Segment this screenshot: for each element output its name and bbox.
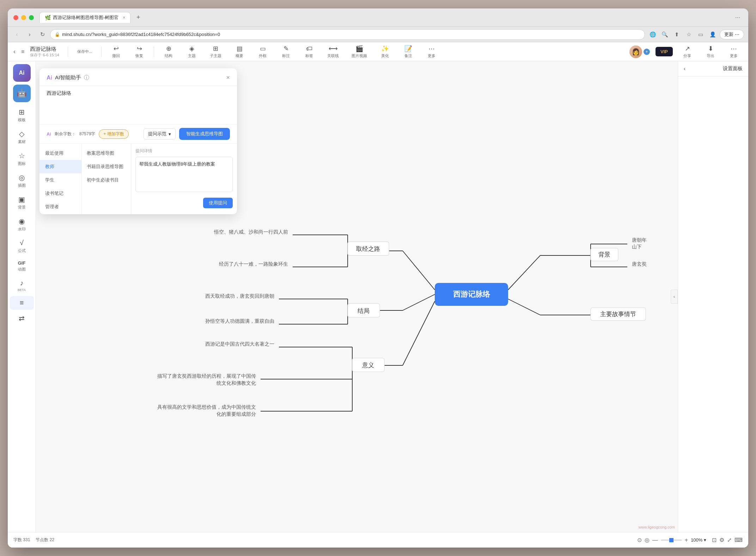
add-collaborator-button[interactable]: + — [644, 49, 650, 55]
zoom-plus-button[interactable]: + — [685, 537, 688, 543]
subtheme-label: 子主题 — [210, 53, 221, 58]
sidebar-item-list[interactable]: ≡ — [10, 296, 34, 310]
zoom-minus-button[interactable]: — — [652, 537, 658, 543]
prompt-dropdown[interactable]: 提问示范 ▾ — [144, 128, 176, 140]
sidebar-item-material[interactable]: ◇ 素材 — [10, 127, 34, 147]
sidebar-item-background[interactable]: ▣ 背景 — [10, 192, 34, 213]
minimize-window-button[interactable] — [21, 15, 26, 20]
tab-close-button[interactable]: × — [123, 15, 125, 20]
use-prompt-button[interactable]: 使用提问 — [203, 198, 233, 208]
note-button[interactable]: 📝 备注 — [400, 43, 417, 60]
add-chars-button[interactable]: + 增加字数 — [99, 129, 128, 139]
profile-icon[interactable]: 👤 — [708, 30, 718, 39]
share-button[interactable]: ↗ 分享 — [678, 43, 696, 60]
struct-button[interactable]: ⊕ 结构 — [160, 43, 177, 60]
ai-info-icon[interactable]: ⓘ — [84, 74, 89, 81]
ai-subcat-reading[interactable]: 初中生必读书目 — [82, 173, 131, 187]
ai-text-input[interactable]: 西游记脉络 — [47, 90, 230, 118]
refresh-button[interactable]: ↻ — [37, 30, 47, 39]
material-label: 素材 — [18, 139, 26, 144]
ai-subcat-lesson[interactable]: 教案思维导图 — [82, 147, 131, 160]
tag-button[interactable]: 🏷 标签 — [300, 44, 318, 60]
sidebar-item-template[interactable]: ⊞ 模板 — [10, 105, 34, 125]
keyboard-button[interactable]: ⌨ — [734, 537, 743, 543]
svg-text:具有很高的文学和思想价值，成为中国传统文: 具有很高的文学和思想价值，成为中国传统文 — [157, 404, 256, 410]
svg-text:唐朝年: 唐朝年 — [632, 237, 647, 243]
zoom-dropdown-icon[interactable]: ▾ — [704, 537, 706, 543]
ai-category-student[interactable]: 学生 — [39, 173, 81, 187]
address-bar[interactable]: 🔒 mind.shutu.cn/?works_guid=8836f2f2ad1c… — [50, 29, 645, 40]
back-button[interactable]: ‹ — [12, 30, 22, 39]
ai-close-button[interactable]: × — [226, 74, 230, 81]
close-window-button[interactable] — [13, 15, 18, 20]
toolbar-back-button[interactable]: ‹ — [13, 48, 16, 55]
reset-button[interactable]: ◎ — [645, 537, 650, 543]
media-button[interactable]: 🎬 图片视频 — [348, 43, 371, 60]
panel-toggle-button[interactable]: ‹ — [684, 66, 685, 72]
forward-button[interactable]: › — [25, 30, 35, 39]
sidebar-item-gif[interactable]: GIF 动图 — [10, 258, 34, 275]
sidebar-item-icon[interactable]: ☆ 图标 — [10, 149, 34, 169]
more-button[interactable]: ⋯ 更多 — [423, 43, 440, 60]
theme-button[interactable]: ◈ 主题 — [183, 43, 201, 60]
svg-line-13 — [403, 301, 435, 365]
ai-category-teacher[interactable]: 教师 — [39, 160, 81, 173]
update-menu-icon: ⋯ — [735, 32, 739, 37]
mark-button[interactable]: ✎ 标注 — [277, 43, 295, 60]
ai-category-media[interactable]: 自媒体 — [39, 214, 81, 214]
panel-collapse-arrow[interactable]: ‹ — [671, 290, 678, 304]
search-icon[interactable]: 🔍 — [660, 30, 670, 39]
doc-title: 西游记脉络 — [30, 46, 59, 52]
maximize-window-button[interactable] — [29, 15, 34, 20]
robot-button[interactable]: 🤖 — [13, 85, 31, 102]
more-button2[interactable]: ⋯ 更多 — [725, 43, 743, 60]
svg-text:山下: 山下 — [632, 244, 642, 249]
sidebar-item-watermark[interactable]: ◉ 水印 — [10, 214, 34, 235]
sidebar-item-music[interactable]: ♪ BETA — [10, 276, 34, 295]
undo-label: 撤回 — [112, 53, 120, 58]
fit-button[interactable]: ⊙ — [637, 537, 642, 543]
fullscreen-button[interactable]: ⤢ — [727, 537, 732, 543]
ai-subcat-books[interactable]: 书籍目录思维导图 — [82, 160, 131, 173]
bookmark-icon[interactable]: ☆ — [684, 30, 694, 39]
watermark-icon: ◉ — [19, 217, 25, 226]
redo-button[interactable]: ↪ 恢复 — [130, 43, 148, 60]
translate-icon[interactable]: 🌐 — [648, 30, 658, 39]
toolbar-menu-button[interactable]: ≡ — [21, 49, 24, 55]
settings-button[interactable]: ⚙ — [719, 537, 724, 543]
summary-button[interactable]: ▤ 概要 — [231, 43, 248, 60]
beautify-button[interactable]: ✨ 美化 — [376, 43, 394, 60]
ai-sidebar-button[interactable]: Ai — [13, 64, 31, 82]
more-icon2: ⋯ — [731, 45, 737, 52]
svg-line-27 — [508, 299, 540, 315]
ai-category-reading[interactable]: 读书笔记 — [39, 187, 81, 200]
generate-button[interactable]: 智能生成思维导图 — [179, 128, 230, 140]
link-button[interactable]: ⟷ 关联线 — [324, 43, 342, 60]
sidebar-icon[interactable]: ▭ — [696, 30, 706, 39]
vip-button[interactable]: VIP — [656, 47, 673, 56]
right-panel: ‹ 设置面板 — [678, 61, 748, 532]
subtheme-button[interactable]: ⊞ 子主题 — [206, 43, 225, 60]
sidebar-item-share2[interactable]: ⇄ — [10, 311, 34, 325]
chevron-down-icon: ▾ — [169, 131, 171, 137]
update-button[interactable]: 更新 ⋯ — [720, 30, 744, 39]
new-tab-button[interactable]: + — [133, 13, 143, 23]
ai-category-manager[interactable]: 管理者 — [39, 200, 81, 214]
outline-button[interactable]: ▭ 外框 — [254, 43, 272, 60]
node-count-label: 节点数 22 — [36, 537, 54, 543]
undo-button[interactable]: ↩ 撤回 — [107, 43, 125, 60]
frame-view-button[interactable]: ⊡ — [712, 537, 717, 543]
share-icon[interactable]: ⬆ — [672, 30, 682, 39]
sidebar-item-formula[interactable]: √ 公式 — [10, 236, 34, 256]
sidebar-item-sticker[interactable]: ◎ 插图 — [10, 171, 34, 191]
export-button[interactable]: ⬇ 导出 — [702, 43, 719, 60]
avatar-image: 👩 — [632, 48, 640, 56]
window-controls: ⋯ — [733, 13, 743, 23]
avatar-button[interactable]: 👩 — [629, 45, 642, 58]
save-button[interactable]: 保存中... — [74, 48, 96, 56]
active-tab[interactable]: 🌿 西游记脉络树图思维导图-树图官 × — [39, 12, 130, 23]
canvas-area: Ai AI智能助手 ⓘ × 西游记脉络 Ai 剩余字数： 87579字 + 增加… — [36, 61, 678, 532]
zoom-slider[interactable] — [661, 539, 682, 541]
ai-category-recent[interactable]: 最近使用 — [39, 147, 81, 160]
more-label2: 更多 — [730, 53, 738, 58]
